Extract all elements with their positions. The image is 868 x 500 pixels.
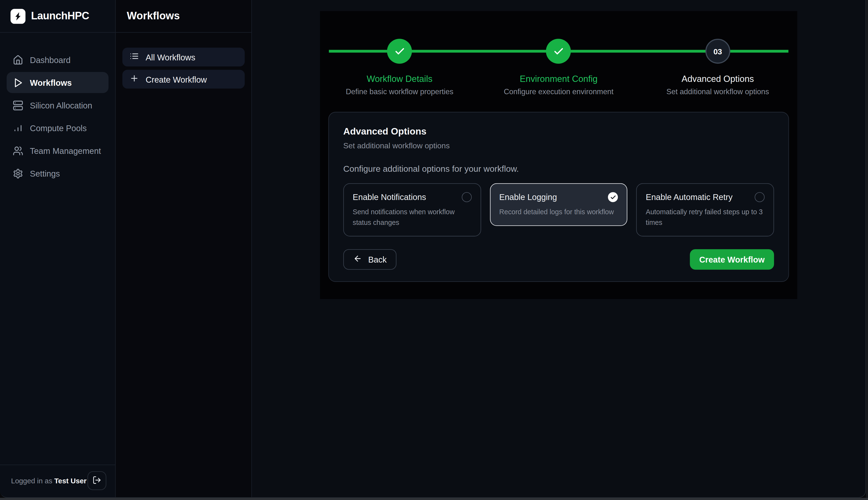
brand-header: LaunchHPC — [0, 0, 115, 33]
all-workflows-button[interactable]: All Workflows — [123, 48, 245, 66]
card-title: Advanced Options — [343, 126, 774, 137]
workflows-subnav: Workflows All Workflows Create Workflow — [116, 0, 252, 497]
logout-icon — [92, 475, 101, 486]
card-footer: Back Create Workflow — [343, 249, 774, 269]
create-workflow-nav-label: Create Workflow — [146, 75, 207, 84]
step-advanced-options[interactable]: 03 Advanced Options Set additional workf… — [638, 39, 797, 96]
logged-in-user: Test User — [54, 477, 87, 485]
create-workflow-button[interactable]: Create Workflow — [690, 249, 774, 269]
all-workflows-label: All Workflows — [146, 53, 195, 62]
step-workflow-details[interactable]: Workflow Details Define basic workflow p… — [320, 39, 479, 96]
wizard-panel: Workflow Details Define basic workflow p… — [320, 11, 797, 299]
step-number-badge: 03 — [705, 39, 730, 64]
step-label: Advanced Options — [682, 74, 754, 84]
sidebar-item-label: Dashboard — [30, 55, 70, 65]
sidebar-nav: Dashboard Workflows Silicon Allocation — [0, 33, 115, 465]
step-label: Environment Config — [520, 74, 597, 84]
sidebar-item-label: Silicon Allocation — [30, 101, 92, 110]
advanced-options-card: Advanced Options Set additional workflow… — [328, 112, 789, 282]
sidebar-item-compute-pools[interactable]: Compute Pools — [7, 117, 109, 138]
gear-icon — [13, 168, 23, 179]
step-description: Set additional workflow options — [666, 88, 769, 96]
create-workflow-button-label: Create Workflow — [699, 254, 765, 264]
sidebar-item-label: Settings — [30, 169, 60, 178]
sidebar-item-team-management[interactable]: Team Management — [7, 140, 109, 161]
option-list: Enable Notifications Send notifications … — [343, 183, 774, 236]
card-lead-text: Configure additional options for your wo… — [343, 164, 774, 174]
option-title: Enable Notifications — [353, 192, 426, 202]
step-label: Workflow Details — [367, 74, 432, 84]
step-complete-icon — [387, 39, 412, 64]
list-icon — [129, 52, 139, 62]
option-enable-notifications[interactable]: Enable Notifications Send notifications … — [343, 183, 481, 236]
radio-unchecked-icon[interactable] — [755, 192, 765, 202]
logout-button[interactable] — [88, 471, 106, 490]
sidebar-footer: Logged in as Test User — [0, 465, 115, 497]
card-subtitle: Set additional workflow options — [343, 141, 774, 150]
sidebar-item-workflows[interactable]: Workflows — [7, 72, 109, 93]
sidebar-item-label: Team Management — [30, 146, 101, 155]
main-content: Workflow Details Define basic workflow p… — [252, 0, 865, 497]
launchhpc-logo-icon — [11, 9, 26, 24]
subnav-body: All Workflows Create Workflow — [116, 33, 251, 107]
sidebar: LaunchHPC Dashboard Workflows — [0, 0, 116, 497]
vertical-scrollbar[interactable] — [866, 0, 868, 498]
radio-unchecked-icon[interactable] — [461, 192, 471, 202]
wizard-stepper: Workflow Details Define basic workflow p… — [320, 11, 797, 128]
logged-in-text: Logged in as Test User — [11, 477, 87, 485]
sidebar-item-label: Compute Pools — [30, 123, 87, 133]
option-title: Enable Automatic Retry — [646, 192, 732, 202]
bar-chart-icon — [13, 123, 23, 133]
plus-icon — [129, 74, 139, 85]
sidebar-item-silicon-allocation[interactable]: Silicon Allocation — [7, 95, 109, 116]
brand-name: LaunchHPC — [31, 10, 89, 22]
arrow-left-icon — [353, 254, 362, 264]
back-button[interactable]: Back — [343, 249, 397, 269]
step-environment-config[interactable]: Environment Config Configure execution e… — [479, 39, 638, 96]
screen: LaunchHPC Dashboard Workflows — [0, 0, 868, 500]
horizontal-scrollbar[interactable] — [0, 498, 868, 500]
home-icon — [13, 55, 23, 65]
app-window: LaunchHPC Dashboard Workflows — [0, 0, 866, 498]
subnav-header: Workflows — [116, 0, 251, 33]
step-description: Define basic workflow properties — [346, 88, 454, 96]
option-enable-logging[interactable]: Enable Logging Record detailed logs for … — [490, 183, 627, 226]
create-workflow-nav-button[interactable]: Create Workflow — [123, 70, 245, 89]
play-icon — [13, 77, 23, 88]
sidebar-item-dashboard[interactable]: Dashboard — [7, 49, 109, 70]
users-icon — [13, 145, 23, 156]
back-button-label: Back — [368, 254, 387, 264]
option-description: Send notifications when workflow status … — [353, 207, 471, 228]
server-icon — [13, 100, 23, 111]
option-title: Enable Logging — [499, 192, 557, 202]
subnav-title: Workflows — [127, 10, 180, 22]
step-complete-icon — [546, 39, 571, 64]
option-description: Record detailed logs for this workflow — [499, 207, 618, 217]
sidebar-item-settings[interactable]: Settings — [7, 163, 109, 184]
option-enable-automatic-retry[interactable]: Enable Automatic Retry Automatically ret… — [636, 183, 774, 236]
step-description: Configure execution environment — [504, 88, 614, 96]
radio-checked-icon[interactable] — [608, 192, 618, 202]
sidebar-item-label: Workflows — [30, 78, 72, 87]
option-description: Automatically retry failed steps up to 3… — [646, 207, 765, 228]
